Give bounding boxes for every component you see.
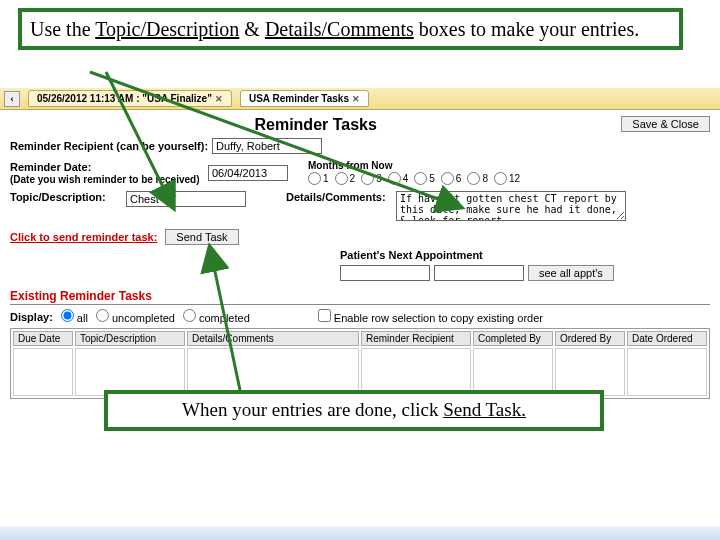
reminder-date-input[interactable] [208,165,288,181]
next-appt-label: Patient's Next Appointment [340,249,483,261]
callout-sendtask: Send Task. [443,399,526,420]
next-appt-provider-input[interactable] [434,265,524,281]
months-option-1[interactable]: 1 [308,172,329,185]
save-close-button[interactable]: Save & Close [621,116,710,132]
months-option-8[interactable]: 8 [467,172,488,185]
tab-label: 05/26/2012 11:13 AM : "USA Finalize" [37,93,212,104]
months-option-2[interactable]: 2 [335,172,356,185]
details-label: Details/Comments: [286,191,396,203]
col-due-date: Due Date [13,331,73,346]
see-all-appts-button[interactable]: see all appt's [528,265,614,281]
col-date-ordered: Date Ordered [627,331,707,346]
callout-details: Details/Comments [265,18,414,40]
reminder-date-sublabel: (Date you wish reminder to be received) [10,174,200,185]
document-tabbar: ‹ 05/26/2012 11:13 AM : "USA Finalize" ✕… [0,88,720,110]
reminder-date-label: Reminder Date: [10,161,91,173]
existing-tasks-table: Due Date Topic/Description Details/Comme… [10,328,710,399]
next-appt-date-input[interactable] [340,265,430,281]
callout-text: Use the [30,18,95,40]
col-topic: Topic/Description [75,331,185,346]
col-completed-by: Completed By [473,331,553,346]
nav-back-button[interactable]: ‹ [4,91,20,107]
close-icon[interactable]: ✕ [352,94,360,104]
enable-row-selection-checkbox[interactable]: Enable row selection to copy existing or… [318,309,543,324]
months-option-4[interactable]: 4 [388,172,409,185]
details-input[interactable]: If haven't gotten chest CT report by thi… [396,191,626,221]
months-option-12[interactable]: 12 [494,172,520,185]
table-row[interactable] [13,348,707,396]
display-uncompleted-option[interactable]: uncompleted [96,309,175,324]
page-title: Reminder Tasks [10,116,710,134]
col-details: Details/Comments [187,331,359,346]
reminder-tasks-form: Save & Close Reminder Tasks Reminder Rec… [0,110,720,540]
topic-input[interactable] [126,191,246,207]
callout-text: & [239,18,265,40]
display-all-option[interactable]: all [61,309,88,324]
callout-topic: Topic/Description [95,18,239,40]
recipient-label: Reminder Recipient (can be yourself): [10,140,208,152]
months-option-5[interactable]: 5 [414,172,435,185]
tab-finalize[interactable]: 05/26/2012 11:13 AM : "USA Finalize" ✕ [28,90,232,107]
display-label: Display: [10,311,53,323]
topic-label: Topic/Description: [10,191,126,203]
months-option-3[interactable]: 3 [361,172,382,185]
months-radio-group: 1 2 3 4 5 6 8 12 [308,172,520,185]
months-option-6[interactable]: 6 [441,172,462,185]
footer-strip [0,526,720,540]
callout-text: When your entries are done, click [182,399,443,420]
col-ordered-by: Ordered By [555,331,625,346]
recipient-input[interactable] [212,138,322,154]
tab-reminder-tasks[interactable]: USA Reminder Tasks ✕ [240,90,369,107]
send-task-label: Click to send reminder task: [10,231,157,243]
display-completed-option[interactable]: completed [183,309,250,324]
col-recipient: Reminder Recipient [361,331,471,346]
months-from-now-label: Months from Now [308,160,520,171]
instruction-callout-top: Use the Topic/Description & Details/Comm… [18,8,683,50]
instruction-callout-bottom: When your entries are done, click Send T… [104,390,604,431]
close-icon[interactable]: ✕ [215,94,223,104]
send-task-button[interactable]: Send Task [165,229,238,245]
callout-text: boxes to make your entries. [414,18,640,40]
existing-tasks-heading: Existing Reminder Tasks [10,289,710,305]
tab-label: USA Reminder Tasks [249,93,349,104]
